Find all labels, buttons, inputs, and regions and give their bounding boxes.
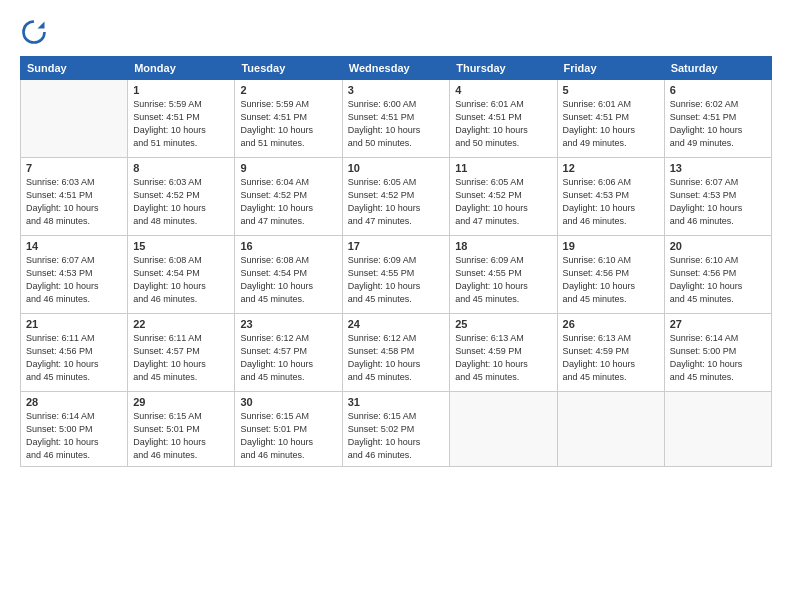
day-info: Sunrise: 6:13 AM Sunset: 4:59 PM Dayligh… bbox=[563, 332, 659, 384]
day-info: Sunrise: 6:09 AM Sunset: 4:55 PM Dayligh… bbox=[455, 254, 551, 306]
calendar-cell: 4Sunrise: 6:01 AM Sunset: 4:51 PM Daylig… bbox=[450, 80, 557, 158]
day-number: 4 bbox=[455, 84, 551, 96]
day-number: 30 bbox=[240, 396, 336, 408]
calendar-cell bbox=[21, 80, 128, 158]
calendar-cell: 8Sunrise: 6:03 AM Sunset: 4:52 PM Daylig… bbox=[128, 158, 235, 236]
calendar-cell: 17Sunrise: 6:09 AM Sunset: 4:55 PM Dayli… bbox=[342, 236, 450, 314]
day-info: Sunrise: 6:08 AM Sunset: 4:54 PM Dayligh… bbox=[240, 254, 336, 306]
day-info: Sunrise: 6:10 AM Sunset: 4:56 PM Dayligh… bbox=[670, 254, 766, 306]
week-row-5: 28Sunrise: 6:14 AM Sunset: 5:00 PM Dayli… bbox=[21, 392, 772, 467]
day-info: Sunrise: 6:03 AM Sunset: 4:51 PM Dayligh… bbox=[26, 176, 122, 228]
calendar-cell: 3Sunrise: 6:00 AM Sunset: 4:51 PM Daylig… bbox=[342, 80, 450, 158]
calendar-cell: 22Sunrise: 6:11 AM Sunset: 4:57 PM Dayli… bbox=[128, 314, 235, 392]
day-info: Sunrise: 6:03 AM Sunset: 4:52 PM Dayligh… bbox=[133, 176, 229, 228]
day-number: 24 bbox=[348, 318, 445, 330]
day-number: 31 bbox=[348, 396, 445, 408]
day-number: 3 bbox=[348, 84, 445, 96]
calendar-cell bbox=[557, 392, 664, 467]
day-number: 27 bbox=[670, 318, 766, 330]
weekday-header-saturday: Saturday bbox=[664, 57, 771, 80]
day-number: 16 bbox=[240, 240, 336, 252]
calendar-cell: 23Sunrise: 6:12 AM Sunset: 4:57 PM Dayli… bbox=[235, 314, 342, 392]
day-info: Sunrise: 6:11 AM Sunset: 4:56 PM Dayligh… bbox=[26, 332, 122, 384]
calendar-cell: 13Sunrise: 6:07 AM Sunset: 4:53 PM Dayli… bbox=[664, 158, 771, 236]
day-number: 6 bbox=[670, 84, 766, 96]
day-info: Sunrise: 6:09 AM Sunset: 4:55 PM Dayligh… bbox=[348, 254, 445, 306]
weekday-header-monday: Monday bbox=[128, 57, 235, 80]
day-number: 11 bbox=[455, 162, 551, 174]
calendar-cell: 27Sunrise: 6:14 AM Sunset: 5:00 PM Dayli… bbox=[664, 314, 771, 392]
calendar-cell: 20Sunrise: 6:10 AM Sunset: 4:56 PM Dayli… bbox=[664, 236, 771, 314]
calendar: SundayMondayTuesdayWednesdayThursdayFrid… bbox=[20, 56, 772, 467]
calendar-cell bbox=[450, 392, 557, 467]
calendar-cell: 5Sunrise: 6:01 AM Sunset: 4:51 PM Daylig… bbox=[557, 80, 664, 158]
calendar-cell: 26Sunrise: 6:13 AM Sunset: 4:59 PM Dayli… bbox=[557, 314, 664, 392]
calendar-cell: 1Sunrise: 5:59 AM Sunset: 4:51 PM Daylig… bbox=[128, 80, 235, 158]
day-number: 25 bbox=[455, 318, 551, 330]
day-info: Sunrise: 6:02 AM Sunset: 4:51 PM Dayligh… bbox=[670, 98, 766, 150]
calendar-cell: 10Sunrise: 6:05 AM Sunset: 4:52 PM Dayli… bbox=[342, 158, 450, 236]
day-info: Sunrise: 6:15 AM Sunset: 5:02 PM Dayligh… bbox=[348, 410, 445, 462]
day-info: Sunrise: 6:15 AM Sunset: 5:01 PM Dayligh… bbox=[133, 410, 229, 462]
day-info: Sunrise: 6:15 AM Sunset: 5:01 PM Dayligh… bbox=[240, 410, 336, 462]
week-row-3: 14Sunrise: 6:07 AM Sunset: 4:53 PM Dayli… bbox=[21, 236, 772, 314]
weekday-header-sunday: Sunday bbox=[21, 57, 128, 80]
day-number: 26 bbox=[563, 318, 659, 330]
day-number: 13 bbox=[670, 162, 766, 174]
day-info: Sunrise: 6:05 AM Sunset: 4:52 PM Dayligh… bbox=[348, 176, 445, 228]
calendar-cell: 18Sunrise: 6:09 AM Sunset: 4:55 PM Dayli… bbox=[450, 236, 557, 314]
calendar-cell: 29Sunrise: 6:15 AM Sunset: 5:01 PM Dayli… bbox=[128, 392, 235, 467]
day-number: 22 bbox=[133, 318, 229, 330]
day-number: 18 bbox=[455, 240, 551, 252]
day-number: 21 bbox=[26, 318, 122, 330]
calendar-cell: 2Sunrise: 5:59 AM Sunset: 4:51 PM Daylig… bbox=[235, 80, 342, 158]
day-number: 20 bbox=[670, 240, 766, 252]
day-info: Sunrise: 6:01 AM Sunset: 4:51 PM Dayligh… bbox=[563, 98, 659, 150]
day-info: Sunrise: 6:00 AM Sunset: 4:51 PM Dayligh… bbox=[348, 98, 445, 150]
day-number: 5 bbox=[563, 84, 659, 96]
calendar-cell: 12Sunrise: 6:06 AM Sunset: 4:53 PM Dayli… bbox=[557, 158, 664, 236]
day-number: 10 bbox=[348, 162, 445, 174]
week-row-2: 7Sunrise: 6:03 AM Sunset: 4:51 PM Daylig… bbox=[21, 158, 772, 236]
day-info: Sunrise: 6:10 AM Sunset: 4:56 PM Dayligh… bbox=[563, 254, 659, 306]
calendar-cell: 15Sunrise: 6:08 AM Sunset: 4:54 PM Dayli… bbox=[128, 236, 235, 314]
day-number: 17 bbox=[348, 240, 445, 252]
weekday-header-row: SundayMondayTuesdayWednesdayThursdayFrid… bbox=[21, 57, 772, 80]
day-number: 9 bbox=[240, 162, 336, 174]
calendar-cell: 31Sunrise: 6:15 AM Sunset: 5:02 PM Dayli… bbox=[342, 392, 450, 467]
calendar-cell: 9Sunrise: 6:04 AM Sunset: 4:52 PM Daylig… bbox=[235, 158, 342, 236]
weekday-header-tuesday: Tuesday bbox=[235, 57, 342, 80]
calendar-cell: 28Sunrise: 6:14 AM Sunset: 5:00 PM Dayli… bbox=[21, 392, 128, 467]
day-info: Sunrise: 6:11 AM Sunset: 4:57 PM Dayligh… bbox=[133, 332, 229, 384]
day-info: Sunrise: 6:05 AM Sunset: 4:52 PM Dayligh… bbox=[455, 176, 551, 228]
day-info: Sunrise: 6:04 AM Sunset: 4:52 PM Dayligh… bbox=[240, 176, 336, 228]
calendar-cell: 7Sunrise: 6:03 AM Sunset: 4:51 PM Daylig… bbox=[21, 158, 128, 236]
calendar-cell: 25Sunrise: 6:13 AM Sunset: 4:59 PM Dayli… bbox=[450, 314, 557, 392]
day-info: Sunrise: 6:12 AM Sunset: 4:57 PM Dayligh… bbox=[240, 332, 336, 384]
weekday-header-thursday: Thursday bbox=[450, 57, 557, 80]
day-number: 19 bbox=[563, 240, 659, 252]
day-info: Sunrise: 6:12 AM Sunset: 4:58 PM Dayligh… bbox=[348, 332, 445, 384]
day-number: 28 bbox=[26, 396, 122, 408]
calendar-cell: 24Sunrise: 6:12 AM Sunset: 4:58 PM Dayli… bbox=[342, 314, 450, 392]
day-number: 2 bbox=[240, 84, 336, 96]
logo-icon bbox=[20, 18, 48, 46]
calendar-cell bbox=[664, 392, 771, 467]
week-row-1: 1Sunrise: 5:59 AM Sunset: 4:51 PM Daylig… bbox=[21, 80, 772, 158]
day-number: 23 bbox=[240, 318, 336, 330]
calendar-cell: 11Sunrise: 6:05 AM Sunset: 4:52 PM Dayli… bbox=[450, 158, 557, 236]
day-number: 15 bbox=[133, 240, 229, 252]
calendar-cell: 14Sunrise: 6:07 AM Sunset: 4:53 PM Dayli… bbox=[21, 236, 128, 314]
day-info: Sunrise: 5:59 AM Sunset: 4:51 PM Dayligh… bbox=[240, 98, 336, 150]
day-number: 8 bbox=[133, 162, 229, 174]
day-number: 12 bbox=[563, 162, 659, 174]
day-info: Sunrise: 6:06 AM Sunset: 4:53 PM Dayligh… bbox=[563, 176, 659, 228]
calendar-cell: 6Sunrise: 6:02 AM Sunset: 4:51 PM Daylig… bbox=[664, 80, 771, 158]
day-number: 29 bbox=[133, 396, 229, 408]
day-info: Sunrise: 6:13 AM Sunset: 4:59 PM Dayligh… bbox=[455, 332, 551, 384]
day-number: 7 bbox=[26, 162, 122, 174]
calendar-cell: 16Sunrise: 6:08 AM Sunset: 4:54 PM Dayli… bbox=[235, 236, 342, 314]
day-info: Sunrise: 6:07 AM Sunset: 4:53 PM Dayligh… bbox=[670, 176, 766, 228]
logo bbox=[20, 18, 52, 46]
day-info: Sunrise: 6:14 AM Sunset: 5:00 PM Dayligh… bbox=[26, 410, 122, 462]
